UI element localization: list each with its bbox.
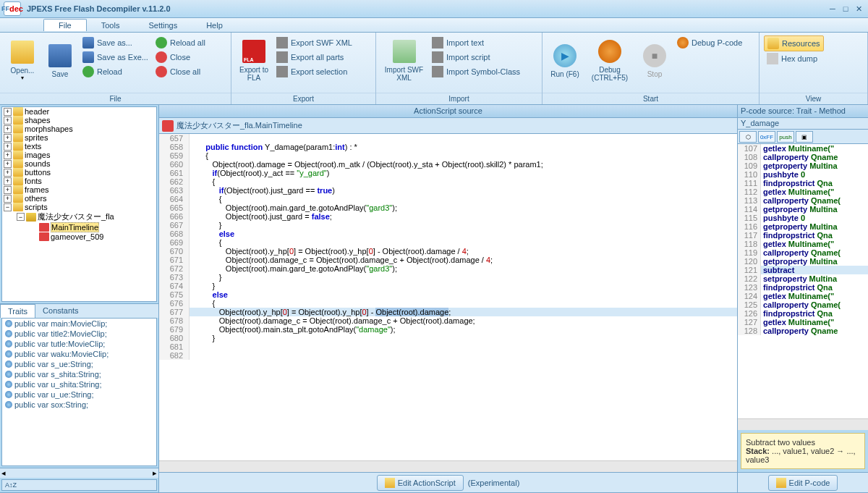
pcode-hex-button[interactable]: 0xFF (758, 131, 775, 143)
code-line[interactable]: 675 else (159, 290, 737, 299)
traits-item[interactable]: public var s_shita:String; (2, 369, 156, 379)
reload-button[interactable]: Reload (80, 64, 151, 79)
pcode-line[interactable]: 113callproperty Qname( (738, 196, 868, 205)
close-all-button[interactable]: Close all (153, 64, 208, 79)
source-hscroll[interactable] (159, 460, 737, 472)
pcode-expand-button[interactable]: ▣ (796, 131, 813, 143)
source-editor[interactable]: 657658 public function Y_damage(param1:i… (159, 134, 737, 460)
pcode-editor[interactable]: 107getlex Multiname("108callproperty Qna… (738, 144, 868, 418)
traits-item[interactable]: public var title2:MovieClip; (2, 329, 156, 339)
tree-item-images[interactable]: +images (2, 151, 156, 159)
export-fla-button[interactable]: Export to FLA (236, 35, 272, 86)
tree-item-others[interactable]: +others (2, 194, 156, 203)
pcode-line[interactable]: 117findpropstrict Qna (738, 231, 868, 240)
sort-button[interactable]: A↕Z (1, 479, 157, 491)
code-line[interactable]: 679 Object(root).main.sta_plt.gotoAndPla… (159, 325, 737, 334)
stop-button[interactable]: Stop (637, 35, 673, 86)
traits-item[interactable]: public var s_ue:String; (2, 359, 156, 369)
code-line[interactable]: 674 } (159, 282, 737, 290)
code-line[interactable]: 669 { (159, 238, 737, 247)
traits-item[interactable]: public var u_shita:String; (2, 379, 156, 389)
save-as-exe-button[interactable]: Save as Exe... (80, 50, 151, 64)
code-line[interactable]: 663 if(Object(root).just_gard == true) (159, 186, 737, 195)
pcode-line[interactable]: 108callproperty Qname (738, 153, 868, 161)
export-selection-button[interactable]: Export selection (273, 64, 355, 79)
pcode-line[interactable]: 126findpropstrict Qna (738, 309, 868, 318)
export-swf-xml-button[interactable]: Export SWF XML (273, 35, 355, 50)
tree-item-morphshapes[interactable]: +morphshapes (2, 125, 156, 133)
tree-item-shapes[interactable]: +shapes (2, 116, 156, 125)
pcode-hscroll[interactable] (738, 418, 868, 430)
menu-file[interactable]: File (43, 19, 87, 31)
pcode-line[interactable]: 111findpropstrict Qna (738, 179, 868, 187)
tree-item-buttons[interactable]: +buttons (2, 168, 156, 177)
pcode-line[interactable]: 118getlex Multiname(" (738, 240, 868, 248)
edit-pcode-button[interactable]: Edit P-code (768, 475, 838, 491)
tab-traits[interactable]: Traits (0, 304, 35, 318)
menu-settings[interactable]: Settings (134, 20, 192, 31)
pcode-line[interactable]: 115pushbyte 0 (738, 214, 868, 222)
tree-item-package[interactable]: −魔法少女バスター_fla (2, 211, 156, 222)
code-line[interactable]: 680 } (159, 334, 737, 342)
tree-item-fonts[interactable]: +fonts (2, 177, 156, 185)
pcode-line[interactable]: 121subtract (738, 266, 868, 274)
traits-item[interactable]: public var u_ue:String; (2, 389, 156, 400)
pcode-line[interactable]: 116getproperty Multina (738, 222, 868, 231)
pcode-line[interactable]: 110pushbyte 0 (738, 170, 868, 179)
code-line[interactable]: 682 (159, 351, 737, 360)
code-line[interactable]: 665 Object(root).main.gard_te.gotoAndPla… (159, 203, 737, 212)
minimize-button[interactable]: ─ (827, 4, 838, 14)
code-line[interactable]: 661 if(Object(root).y_act == "y_gard") (159, 169, 737, 177)
pcode-graph-button[interactable]: ⬡ (739, 131, 757, 143)
debug-pcode-button[interactable]: Debug P-code (674, 35, 745, 50)
tree-item-scripts[interactable]: −scripts (2, 203, 156, 211)
code-line[interactable]: 681 (159, 342, 737, 351)
reload-all-button[interactable]: Reload all (153, 35, 208, 50)
traits-item[interactable]: public var main:MovieClip; (2, 319, 156, 329)
tree-item-texts[interactable]: +texts (2, 142, 156, 151)
tree-item-frames[interactable]: +frames (2, 185, 156, 194)
maximize-button[interactable]: □ (840, 4, 851, 14)
code-line[interactable]: 657 (159, 134, 737, 143)
pcode-line[interactable]: 112getlex Multiname(" (738, 187, 868, 196)
pcode-line[interactable]: 125callproperty Qname( (738, 300, 868, 309)
code-line[interactable]: 664 { (159, 195, 737, 203)
pcode-line[interactable]: 122setproperty Multina (738, 274, 868, 283)
close-button[interactable]: Close (153, 50, 208, 64)
pcode-line[interactable]: 107getlex Multiname(" (738, 144, 868, 153)
resources-tree[interactable]: +header+shapes+morphshapes+sprites+texts… (1, 106, 157, 302)
hex-dump-button[interactable]: Hex dump (764, 51, 824, 66)
code-line[interactable]: 673 } (159, 273, 737, 282)
traits-item[interactable]: public var sox:String; (2, 400, 156, 410)
code-line[interactable]: 662 { (159, 177, 737, 186)
save-button[interactable]: Save (42, 35, 78, 86)
tree-item-header[interactable]: +header (2, 107, 156, 116)
save-as-button[interactable]: Save as... (80, 35, 151, 50)
menu-help[interactable]: Help (192, 20, 237, 31)
tab-constants[interactable]: Constants (35, 304, 86, 318)
traits-hscroll[interactable]: ◂▸ (0, 468, 158, 478)
code-line[interactable]: 672 Object(root).main.gard_te.gotoAndPla… (159, 264, 737, 273)
run-button[interactable]: Run (F6) (547, 35, 583, 86)
export-all-parts-button[interactable]: Export all parts (273, 50, 355, 64)
import-text-button[interactable]: Import text (429, 35, 523, 50)
traits-item[interactable]: public var waku:MovieClip; (2, 349, 156, 359)
pcode-line[interactable]: 120getproperty Multina (738, 257, 868, 266)
edit-actionscript-button[interactable]: Edit ActionScript (377, 475, 464, 491)
code-line[interactable]: 678 Object(root).damage_c = Object(root)… (159, 316, 737, 325)
code-line[interactable]: 677 Object(root).y_hp[0] = Object(root).… (159, 308, 737, 316)
resources-button[interactable]: Resources (764, 35, 824, 51)
code-line[interactable]: 670 Object(root).y_hp[0] = Object(root).… (159, 247, 737, 256)
code-line[interactable]: 671 Object(root).damage_c = Object(root)… (159, 256, 737, 264)
pcode-line[interactable]: 109getproperty Multina (738, 161, 868, 170)
tree-item-maintimeline[interactable]: MainTimeline (2, 222, 156, 232)
code-line[interactable]: 667 } (159, 221, 737, 229)
tree-item-sounds[interactable]: +sounds (2, 159, 156, 168)
pcode-line[interactable]: 127getlex Multiname(" (738, 318, 868, 326)
tree-item-sprites[interactable]: +sprites (2, 133, 156, 142)
code-line[interactable]: 658 public function Y_damage(param1:int)… (159, 143, 737, 151)
pcode-line[interactable]: 119callproperty Qname( (738, 248, 868, 257)
debug-button[interactable]: Debug (CTRL+F5) (584, 35, 635, 86)
tree-item-gameover[interactable]: gameover_509 (2, 232, 156, 241)
traits-list[interactable]: public var main:MovieClip;public var tit… (1, 318, 157, 466)
